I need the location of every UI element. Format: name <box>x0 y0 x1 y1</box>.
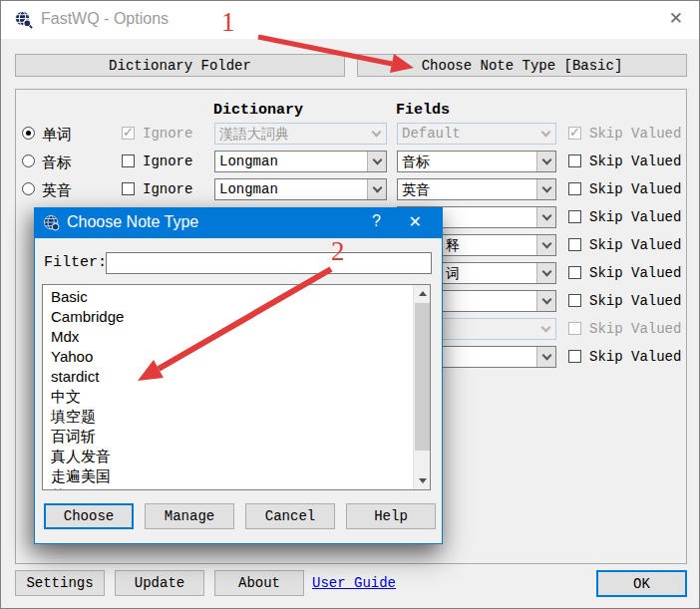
list-item[interactable]: 填空题 <box>43 407 413 427</box>
chevron-down-icon <box>367 152 386 171</box>
skip-valued-label: Skip Valued <box>589 293 681 309</box>
skip-valued-label: Skip Valued <box>589 181 681 197</box>
dialog-title-bar: Choose Note Type ? ✕ <box>35 208 442 238</box>
chevron-down-icon <box>536 235 555 255</box>
note-type-list: Basic Cambridge Mdx Yahoo stardict 中文 填空… <box>42 284 431 490</box>
list-item[interactable]: Yahoo <box>43 347 413 367</box>
column-header-fields: Fields <box>396 102 450 119</box>
title-bar: FastWQ - Options ✕ <box>1 1 699 39</box>
skip-valued-checkbox[interactable] <box>568 210 581 223</box>
fastwq-globe-icon <box>14 10 33 29</box>
skip-valued-label: Skip Valued <box>589 237 681 253</box>
chevron-down-icon <box>536 152 555 171</box>
chevron-down-icon <box>536 207 555 227</box>
field-dropdown[interactable]: Default <box>397 123 556 145</box>
choose-note-type-dialog: Choose Note Type ? ✕ Filter: Basic Cambr… <box>34 207 443 544</box>
skip-valued-label: Skip Valued <box>589 126 681 142</box>
chevron-down-icon <box>536 347 555 367</box>
skip-valued-checkbox[interactable] <box>568 266 581 279</box>
ignore-label: Ignore <box>143 181 192 197</box>
help-icon[interactable]: ? <box>366 212 387 230</box>
list-item[interactable]: 百词斩 <box>43 427 413 447</box>
chevron-down-icon <box>536 179 555 199</box>
scroll-down-icon[interactable] <box>414 472 431 489</box>
dictionary-dropdown[interactable]: 漢語大詞典 <box>214 123 387 145</box>
list-item[interactable]: 中文 <box>43 387 413 407</box>
chevron-down-icon <box>367 179 386 199</box>
list-item[interactable]: 真人发音 <box>43 447 413 466</box>
ignore-checkbox[interactable] <box>122 182 135 195</box>
close-icon[interactable]: ✕ <box>665 8 687 29</box>
list-item[interactable]: 走遍美国 <box>43 466 413 486</box>
row-label: 音标 <box>42 153 72 172</box>
chevron-down-icon <box>536 291 555 311</box>
skip-valued-label: Skip Valued <box>589 265 681 281</box>
manage-button[interactable]: Manage <box>145 503 234 529</box>
window-title: FastWQ - Options <box>41 10 169 28</box>
list-item[interactable]: Mdx <box>43 327 413 347</box>
skip-valued-checkbox[interactable] <box>568 322 581 335</box>
skip-valued-checkbox[interactable] <box>568 127 581 140</box>
filter-label: Filter: <box>44 254 107 271</box>
ignore-checkbox[interactable] <box>122 127 135 140</box>
dictionary-folder-button[interactable]: Dictionary Folder <box>15 54 345 77</box>
list-item[interactable]: Basic <box>43 287 413 307</box>
list-scrollbar[interactable] <box>413 285 430 489</box>
phonetic-radio[interactable] <box>22 154 35 167</box>
uk-audio-radio[interactable] <box>22 182 35 195</box>
column-header-dictionary: Dictionary <box>213 102 303 119</box>
list-item[interactable]: stardict <box>43 367 413 387</box>
row-label: 英音 <box>42 181 72 200</box>
scrollbar-thumb[interactable] <box>415 303 430 451</box>
update-button[interactable]: Update <box>115 570 204 596</box>
fastwq-options-window: FastWQ - Options ✕ Dictionary Folder Cho… <box>0 0 700 609</box>
filter-input[interactable] <box>106 252 432 274</box>
chevron-down-icon <box>536 319 555 339</box>
close-icon[interactable]: ✕ <box>403 212 428 231</box>
choose-button[interactable]: Choose <box>44 503 134 529</box>
user-guide-link[interactable]: User Guide <box>312 575 396 591</box>
settings-button[interactable]: Settings <box>15 570 105 596</box>
about-button[interactable]: About <box>214 570 304 596</box>
field-dropdown[interactable]: 英音 <box>397 178 556 200</box>
ignore-checkbox[interactable] <box>122 154 135 167</box>
list-item[interactable]: 英汉 <box>43 486 413 490</box>
scroll-up-icon[interactable] <box>414 285 431 302</box>
list-item[interactable]: Cambridge <box>43 307 413 327</box>
row-label: 单词 <box>42 126 72 145</box>
word-radio[interactable] <box>22 127 35 140</box>
skip-valued-label: Skip Valued <box>589 153 681 169</box>
ok-button[interactable]: OK <box>596 570 687 597</box>
chevron-down-icon <box>536 124 555 144</box>
ignore-label: Ignore <box>143 126 192 142</box>
cancel-button[interactable]: Cancel <box>245 503 335 529</box>
dictionary-dropdown[interactable]: Longman <box>214 151 387 172</box>
choose-note-type-button[interactable]: Choose Note Type [Basic] <box>357 54 687 77</box>
help-button[interactable]: Help <box>346 503 436 529</box>
ignore-label: Ignore <box>143 153 192 169</box>
skip-valued-label: Skip Valued <box>589 209 681 225</box>
skip-valued-checkbox[interactable] <box>568 350 581 363</box>
skip-valued-checkbox[interactable] <box>568 154 581 167</box>
dialog-title: Choose Note Type <box>67 213 198 231</box>
skip-valued-checkbox[interactable] <box>568 182 581 195</box>
field-dropdown[interactable]: 音标 <box>397 151 556 172</box>
skip-valued-label: Skip Valued <box>589 349 681 365</box>
fastwq-globe-icon <box>43 214 61 232</box>
dictionary-dropdown[interactable]: Longman <box>214 178 387 200</box>
skip-valued-label: Skip Valued <box>589 321 681 337</box>
chevron-down-icon <box>367 124 386 144</box>
skip-valued-checkbox[interactable] <box>568 294 581 307</box>
skip-valued-checkbox[interactable] <box>568 238 581 251</box>
chevron-down-icon <box>536 263 555 283</box>
